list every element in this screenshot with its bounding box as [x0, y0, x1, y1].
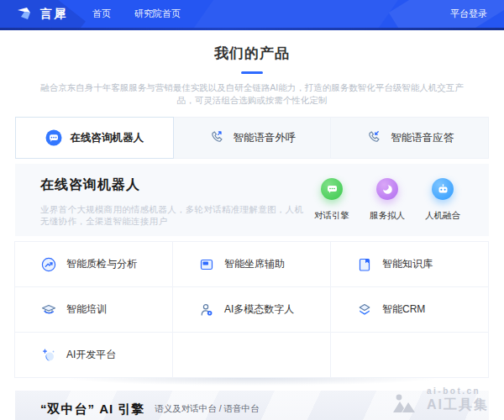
watermark-site: ai-bot.cn	[427, 386, 489, 396]
product-knowledge-base[interactable]: 智能知识库	[330, 241, 489, 287]
engine-banner-subtitle: 语义及对话中台 / 语音中台	[155, 403, 259, 415]
brand-name: 言犀	[40, 7, 67, 22]
navbar-left: 言犀 首页 研究院首页	[17, 7, 204, 22]
phone-incoming-icon	[365, 129, 382, 146]
platform-login-link[interactable]: 平台登录	[450, 8, 487, 20]
watermark-name: AI工具集	[427, 396, 489, 414]
product-label: 智能坐席辅助	[224, 257, 285, 271]
nav-item-research[interactable]: 研究院首页	[134, 8, 181, 20]
navbar-deco-shape	[184, 0, 404, 28]
chat-bubble-icon	[45, 129, 62, 146]
section-subtitle: 融合京东自身十年客服服务与营销最佳实践以及自研全链路AI能力，打造的服务数智化平…	[15, 81, 489, 107]
watermark: ai-bot.cn AI工具集	[392, 386, 489, 414]
product-agent-assist[interactable]: 智能坐席辅助	[172, 241, 331, 287]
nav-links: 首页 研究院首页	[92, 8, 204, 20]
tab-voice-answer[interactable]: 智能语音应答	[330, 117, 489, 159]
engine-banner-title: “双中台” AI 引擎	[40, 402, 144, 417]
panel-features: 对话引擎 服务拟人	[311, 178, 464, 236]
yanxi-swoosh-icon	[17, 7, 35, 21]
product-label: AI多模态数字人	[224, 302, 294, 317]
product-label: AI开发平台	[66, 348, 116, 362]
yanxi-logo[interactable]: 言犀	[17, 7, 67, 22]
feature-service-persona: 服务拟人	[366, 178, 408, 236]
nav-item-home[interactable]: 首页	[92, 8, 111, 20]
product-training[interactable]: 智能培训	[14, 286, 173, 333]
watermark-text: ai-bot.cn AI工具集	[427, 386, 489, 414]
panel-title: 在线咨询机器人	[40, 176, 311, 194]
tab-label: 在线咨询机器人	[71, 131, 144, 145]
empty-grid-cell	[172, 332, 331, 378]
persona-face-icon	[376, 178, 398, 200]
section-title: 我们的产品	[15, 44, 489, 63]
empty-grid-cell	[330, 332, 489, 378]
ai-platform-icon	[40, 347, 57, 364]
tab-label: 智能语音外呼	[234, 131, 297, 145]
panel-text: 在线咨询机器人 业界首个大规模商用的情感机器人，多轮对话精准理解意图，人机无缝协…	[40, 176, 311, 236]
tab-label: 智能语音应答	[391, 131, 454, 145]
title-divider	[241, 71, 263, 74]
feature-label: 对话引擎	[311, 210, 353, 222]
feature-dialog-engine: 对话引擎	[311, 178, 353, 236]
chat-engine-icon	[321, 178, 343, 200]
product-ai-platform[interactable]: AI开发平台	[14, 332, 173, 378]
crm-layers-icon	[356, 302, 373, 318]
tab-voice-outbound[interactable]: 智能语音外呼	[173, 117, 332, 159]
agent-assist-icon	[198, 256, 215, 273]
product-label: 智能质检与分析	[66, 257, 137, 271]
robot-icon	[432, 178, 454, 200]
panel-description: 业界首个大规模商用的情感机器人，多轮对话精准理解意图，人机无缝协作，全渠道智能连…	[40, 204, 311, 228]
product-tabs: 在线咨询机器人 智能语音外呼 智能语音应答	[15, 117, 489, 159]
products-section: 我们的产品 融合京东自身十年客服服务与营销最佳实践以及自研全链路AI能力，打造的…	[0, 44, 504, 378]
feature-human-machine: 人机融合	[422, 178, 464, 236]
phone-outgoing-icon	[208, 129, 225, 146]
product-quality-analysis[interactable]: 智能质检与分析	[14, 241, 173, 287]
active-tab-panel: 在线咨询机器人 业界首个大规模商用的情感机器人，多轮对话精准理解意图，人机无缝协…	[15, 164, 489, 236]
analysis-icon	[40, 256, 57, 273]
tab-online-robot[interactable]: 在线咨询机器人	[15, 117, 174, 159]
product-digital-human[interactable]: AI多模态数字人	[172, 286, 331, 333]
feature-label: 服务拟人	[366, 210, 408, 222]
product-grid: 智能质检与分析 智能坐席辅助 智能知识库	[15, 242, 489, 378]
ai-bot-logo-icon	[392, 392, 421, 414]
navbar-bottom-strip	[0, 28, 504, 30]
feature-label: 人机融合	[422, 210, 464, 222]
product-label: 智能CRM	[382, 302, 425, 317]
training-cap-icon	[40, 302, 57, 318]
product-label: 智能培训	[66, 302, 107, 317]
top-navbar: 言犀 首页 研究院首页 平台登录	[0, 0, 504, 28]
product-crm[interactable]: 智能CRM	[330, 286, 489, 333]
knowledge-base-icon	[356, 256, 373, 273]
product-label: 智能知识库	[382, 257, 433, 271]
digital-human-icon	[198, 302, 215, 318]
